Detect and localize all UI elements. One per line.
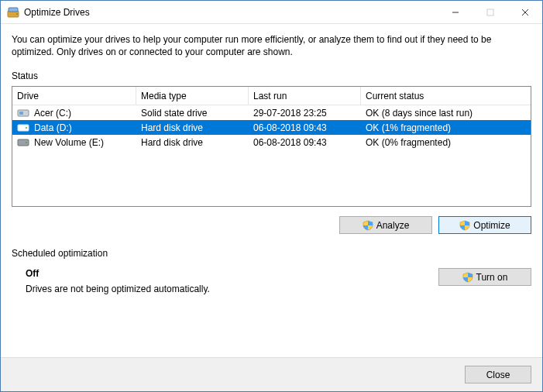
drive-rows: Acer (C:)Solid state drive29-07-2018 23:…: [12, 105, 531, 206]
action-buttons: Analyze Optimize: [12, 216, 531, 234]
optimize-label: Optimize: [473, 220, 510, 231]
scheduled-row: Off Drives are not being optimized autom…: [12, 268, 531, 294]
svg-point-12: [26, 142, 27, 143]
window-title: Optimize Drives: [24, 7, 438, 18]
minimize-button[interactable]: [438, 1, 473, 23]
drive-status: OK (8 days since last run): [361, 105, 531, 120]
scheduled-state: Off: [26, 268, 210, 279]
svg-rect-8: [19, 112, 23, 115]
header-last[interactable]: Last run: [249, 87, 361, 105]
status-label: Status: [12, 70, 531, 81]
column-headers: Drive Media type Last run Current status: [12, 87, 531, 105]
scheduled-desc: Drives are not being optimized automatic…: [26, 284, 210, 294]
optimize-drives-window: Optimize Drives You can optimize your dr…: [0, 0, 543, 392]
analyze-button[interactable]: Analyze: [339, 216, 432, 234]
drive-name: Data (D:): [34, 122, 72, 133]
drive-status: OK (1% fragmented): [361, 120, 531, 135]
drive-media: Hard disk drive: [136, 135, 249, 150]
turn-on-label: Turn on: [476, 272, 508, 283]
drive-last-run: 29-07-2018 23:25: [249, 105, 361, 120]
drive-name: New Volume (E:): [34, 137, 104, 148]
svg-point-10: [26, 127, 27, 129]
window-controls: [438, 1, 542, 23]
shield-icon: [462, 272, 473, 283]
header-drive[interactable]: Drive: [12, 87, 136, 105]
scheduled-text: Off Drives are not being optimized autom…: [12, 268, 210, 294]
drive-icon: [17, 138, 29, 147]
svg-rect-1: [9, 8, 18, 12]
header-status[interactable]: Current status: [361, 87, 531, 105]
drive-row[interactable]: Data (D:)Hard disk drive06-08-2018 09:43…: [12, 120, 531, 135]
scheduled-label: Scheduled optimization: [12, 248, 531, 259]
close-button[interactable]: [507, 1, 542, 23]
header-media[interactable]: Media type: [136, 87, 249, 105]
svg-point-2: [16, 13, 18, 15]
close-label: Close: [486, 370, 510, 380]
drive-status: OK (0% fragmented): [361, 135, 531, 150]
drive-list: Drive Media type Last run Current status…: [12, 86, 531, 207]
titlebar: Optimize Drives: [1, 1, 542, 24]
intro-text: You can optimize your drives to help you…: [12, 33, 531, 58]
maximize-button[interactable]: [473, 1, 507, 23]
footer: Close: [1, 357, 542, 391]
app-icon: [7, 6, 19, 19]
drive-icon: [17, 108, 29, 118]
drive-last-run: 06-08-2018 09:43: [249, 120, 361, 135]
turn-on-button[interactable]: Turn on: [438, 268, 531, 286]
svg-rect-4: [487, 9, 493, 15]
shield-icon: [363, 220, 373, 231]
shield-icon: [459, 220, 470, 231]
analyze-label: Analyze: [376, 220, 410, 231]
drive-icon: [17, 123, 29, 132]
optimize-button[interactable]: Optimize: [438, 216, 531, 234]
drive-name: Acer (C:): [34, 108, 71, 119]
content-area: You can optimize your drives to help you…: [1, 24, 542, 357]
drive-row[interactable]: New Volume (E:)Hard disk drive06-08-2018…: [12, 135, 531, 150]
drive-last-run: 06-08-2018 09:43: [249, 135, 361, 150]
drive-row[interactable]: Acer (C:)Solid state drive29-07-2018 23:…: [12, 105, 531, 120]
drive-media: Hard disk drive: [136, 120, 249, 135]
drive-media: Solid state drive: [136, 105, 249, 120]
close-dialog-button[interactable]: Close: [465, 366, 531, 383]
